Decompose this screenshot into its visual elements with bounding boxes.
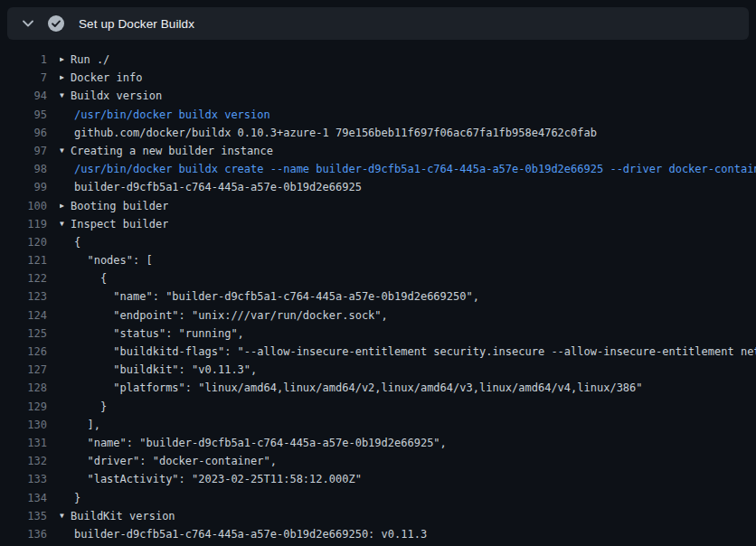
step-title: Set up Docker Buildx <box>79 17 194 31</box>
group-arrow-icon[interactable]: ▼ <box>60 87 71 105</box>
log-group-header[interactable]: 7 ▶ Docker info <box>0 69 756 87</box>
line-number[interactable]: 134 <box>0 489 47 507</box>
log-line-text: Creating a new builder instance <box>71 142 273 160</box>
log-line-output: 124 "endpoint": "unix:///var/run/docker.… <box>0 306 756 325</box>
line-number[interactable]: 94 <box>0 87 47 105</box>
line-number[interactable]: 7 <box>0 69 47 87</box>
log-line-text: Run ./ <box>71 51 109 69</box>
group-arrow-icon[interactable]: ▶ <box>60 69 71 87</box>
log-line-text: "buildkit": "v0.11.3", <box>74 361 257 379</box>
line-number[interactable]: 98 <box>0 160 47 178</box>
log-line-text: Docker info <box>71 69 142 87</box>
log-line-output: 122 { <box>0 269 756 287</box>
log-line-command: 95 /usr/bin/docker buildx version <box>0 106 756 124</box>
line-number[interactable]: 122 <box>0 269 47 287</box>
line-number[interactable]: 120 <box>0 233 47 251</box>
log-line-text: "nodes": [ <box>74 251 153 269</box>
log-line-text: github.com/docker/buildx 0.10.3+azure-1 … <box>74 124 597 142</box>
log-line-text: "name": "builder-d9cfb5a1-c764-445a-a57e… <box>74 434 447 452</box>
log-line-text: } <box>74 398 107 416</box>
log-line-output: 123 "name": "builder-d9cfb5a1-c764-445a-… <box>0 287 756 306</box>
line-number[interactable]: 128 <box>0 379 47 397</box>
line-number[interactable]: 125 <box>0 325 47 343</box>
log-group-header[interactable]: 100 ▶ Booting builder <box>0 197 756 215</box>
log-line-output: 131 "name": "builder-d9cfb5a1-c764-445a-… <box>0 434 756 452</box>
log-line-text: BuildKit version <box>71 507 175 525</box>
log-line-output: 127 "buildkit": "v0.11.3", <box>0 361 756 379</box>
line-number[interactable]: 96 <box>0 124 47 142</box>
log-group-header[interactable]: 119 ▼ Inspect builder <box>0 215 756 233</box>
chevron-down-icon[interactable] <box>22 17 34 30</box>
log-line-output: 99 builder-d9cfb5a1-c764-445a-a57e-0b19d… <box>0 178 756 196</box>
log-line-text: Inspect builder <box>71 215 168 233</box>
log-line-output: 96 github.com/docker/buildx 0.10.3+azure… <box>0 124 756 142</box>
line-number[interactable]: 135 <box>0 507 47 525</box>
log-line-output: 120 { <box>0 233 756 251</box>
group-arrow-icon[interactable]: ▼ <box>60 507 71 525</box>
line-number[interactable]: 127 <box>0 361 47 379</box>
log-line-text: "buildkitd-flags": "--allow-insecure-ent… <box>74 343 756 361</box>
log-line-output: 128 "platforms": "linux/amd64,linux/amd6… <box>0 379 756 397</box>
log-line-text: builder-d9cfb5a1-c764-445a-a57e-0b19d2e6… <box>74 178 362 196</box>
line-number[interactable]: 132 <box>0 452 47 470</box>
log-line-output: 136 builder-d9cfb5a1-c764-445a-a57e-0b19… <box>0 525 756 543</box>
log-group-header[interactable]: 97 ▼ Creating a new builder instance <box>0 142 756 160</box>
log-line-text: "platforms": "linux/amd64,linux/amd64/v2… <box>74 379 643 397</box>
log-line-text: "name": "builder-d9cfb5a1-c764-445a-a57e… <box>74 287 479 306</box>
group-arrow-icon[interactable]: ▶ <box>60 197 71 215</box>
line-number[interactable]: 130 <box>0 416 47 434</box>
log-line-text: Booting builder <box>71 197 168 215</box>
log-line-text: "driver": "docker-container", <box>74 452 277 470</box>
line-number[interactable]: 133 <box>0 470 47 488</box>
line-number[interactable]: 126 <box>0 343 47 361</box>
group-arrow-icon[interactable]: ▼ <box>60 215 71 233</box>
log-line-output: 125 "status": "running", <box>0 325 756 343</box>
log-line-text: "lastActivity": "2023-02-25T11:58:12.000… <box>74 470 362 488</box>
log-line-output: 126 "buildkitd-flags": "--allow-insecure… <box>0 343 756 361</box>
log-line-output: 130 ], <box>0 416 756 434</box>
line-number[interactable]: 97 <box>0 142 47 160</box>
log-line-text: Buildx version <box>71 87 162 105</box>
log-group-header[interactable]: 94 ▼ Buildx version <box>0 87 756 105</box>
log-group-header[interactable]: 1 ▶ Run ./ <box>0 51 756 69</box>
log-line-text: "endpoint": "unix:///var/run/docker.sock… <box>74 306 388 325</box>
line-number[interactable]: 95 <box>0 106 47 124</box>
log-line-output: 134 } <box>0 489 756 507</box>
line-number[interactable]: 121 <box>0 251 47 269</box>
line-number[interactable]: 1 <box>0 51 47 69</box>
log-line-text: { <box>74 233 80 251</box>
log-group-header[interactable]: 135 ▼ BuildKit version <box>0 507 756 525</box>
log-line-text: } <box>74 489 80 507</box>
line-number[interactable]: 99 <box>0 178 47 196</box>
line-number[interactable]: 131 <box>0 434 47 452</box>
log-line-output: 132 "driver": "docker-container", <box>0 452 756 470</box>
line-number[interactable]: 100 <box>0 197 47 215</box>
log-line-output: 121 "nodes": [ <box>0 251 756 269</box>
log-line-command: 98 /usr/bin/docker buildx create --name … <box>0 160 756 178</box>
group-arrow-icon[interactable]: ▼ <box>60 142 71 160</box>
line-number[interactable]: 119 <box>0 215 47 233</box>
log-line-text: "status": "running", <box>74 325 244 343</box>
log-viewer: 1 ▶ Run ./ 7 ▶ Docker info 94 ▼ Buildx v… <box>0 51 756 543</box>
log-line-output: 129 } <box>0 398 756 416</box>
line-number[interactable]: 136 <box>0 525 47 543</box>
line-number[interactable]: 124 <box>0 306 47 325</box>
line-number[interactable]: 123 <box>0 287 47 306</box>
step-header[interactable]: Set up Docker Buildx <box>7 7 749 40</box>
log-line-text: { <box>74 269 107 287</box>
log-line-text: /usr/bin/docker buildx create --name bui… <box>74 160 756 178</box>
line-number[interactable]: 129 <box>0 398 47 416</box>
check-circle-icon <box>48 15 64 32</box>
log-line-text: ], <box>74 416 100 434</box>
log-line-output: 133 "lastActivity": "2023-02-25T11:58:12… <box>0 470 756 488</box>
log-line-text: builder-d9cfb5a1-c764-445a-a57e-0b19d2e6… <box>74 525 427 543</box>
log-line-text: /usr/bin/docker buildx version <box>74 106 270 124</box>
group-arrow-icon[interactable]: ▶ <box>60 51 71 69</box>
